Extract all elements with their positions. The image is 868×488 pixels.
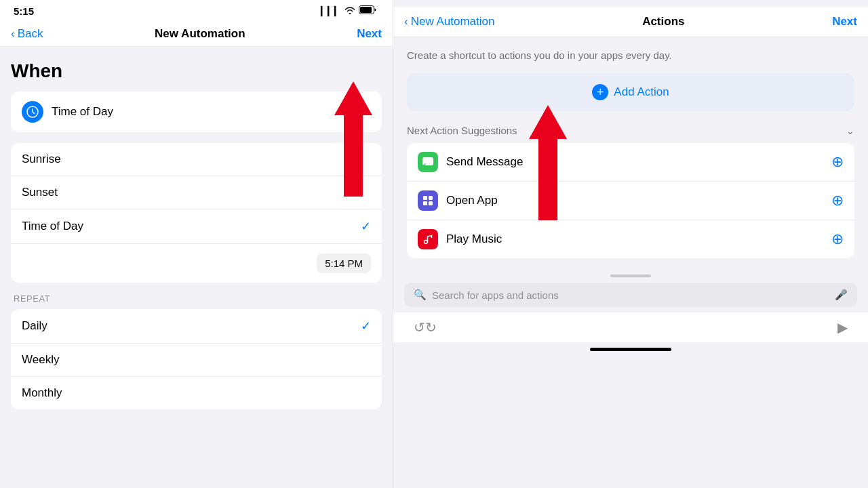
add-action-label: Add Action: [614, 85, 669, 99]
play-music-label: Play Music: [446, 232, 502, 246]
svg-rect-6: [423, 201, 427, 205]
suggestion-open-app[interactable]: Open App ⊕: [407, 182, 854, 220]
repeat-label: REPEAT: [11, 293, 382, 304]
search-icon: 🔍: [414, 289, 427, 301]
chevron-down-icon[interactable]: ⌄: [846, 125, 854, 136]
time-picker-badge[interactable]: 5:14 PM: [317, 253, 371, 273]
daily-checkmark: ✓: [361, 319, 371, 333]
description-text: Create a shortcut to actions you do in y…: [407, 48, 854, 62]
next-button-right[interactable]: Next: [832, 15, 857, 28]
suggestion-left-play-music: Play Music: [418, 229, 502, 249]
scroll-indicator: [610, 274, 651, 277]
when-title: When: [11, 60, 382, 82]
add-action-button[interactable]: + Add Action: [407, 73, 854, 111]
time-of-day-row: Time of Day: [11, 92, 382, 132]
play-button[interactable]: ▶: [837, 319, 848, 336]
nav-title-left: New Automation: [155, 27, 245, 41]
search-bar[interactable]: 🔍 Search for apps and actions 🎤: [404, 283, 857, 307]
option-weekly[interactable]: Weekly: [11, 344, 382, 377]
music-icon: [418, 229, 438, 249]
sunset-label: Sunset: [22, 186, 58, 199]
svg-rect-3: [422, 157, 433, 165]
back-label-right[interactable]: New Automation: [411, 15, 495, 28]
option-daily[interactable]: Daily ✓: [11, 309, 382, 344]
mic-icon[interactable]: 🎤: [835, 289, 848, 301]
suggestions-header: Next Action Suggestions ⌄: [407, 125, 854, 136]
open-app-add-icon[interactable]: ⊕: [831, 192, 844, 209]
red-arrow-right: [529, 105, 567, 220]
openapp-icon: [418, 190, 438, 211]
nav-bar-left: ‹ Back New Automation Next: [0, 22, 393, 47]
play-music-add-icon[interactable]: ⊕: [831, 230, 844, 248]
add-action-plus-icon: +: [592, 84, 608, 100]
chevron-left-icon-right: ‹: [404, 15, 408, 28]
suggestions-title: Next Action Suggestions: [407, 125, 517, 136]
option-sunset[interactable]: Sunset: [11, 176, 382, 209]
arrow-shaft-left: [344, 115, 363, 197]
daily-label: Daily: [22, 319, 47, 333]
content-right: Create a shortcut to actions you do in y…: [393, 37, 868, 269]
redo-button[interactable]: ↻: [425, 319, 437, 336]
back-label[interactable]: Back: [18, 27, 43, 41]
suggestions-card: Send Message ⊕ Open App: [407, 143, 854, 258]
time-of-day-card[interactable]: Time of Day: [11, 92, 382, 132]
suggestion-left-open-app: Open App: [418, 190, 498, 211]
monthly-label: Monthly: [22, 386, 62, 400]
signal-icon: ▎▎▎: [321, 6, 341, 16]
status-time-left: 5:15: [14, 5, 34, 17]
wifi-icon: [344, 6, 355, 16]
time-of-day-checkmark: ✓: [361, 219, 371, 234]
suggestion-play-music[interactable]: Play Music ⊕: [407, 220, 854, 258]
suggestion-send-message[interactable]: Send Message ⊕: [407, 143, 854, 182]
repeat-card: Daily ✓ Weekly Monthly: [11, 309, 382, 409]
bottom-toolbar: ↺ ↻ ▶: [393, 312, 868, 342]
status-icons-left: ▎▎▎: [321, 5, 376, 16]
nav-bar-right: ‹ New Automation Actions Next: [393, 7, 868, 37]
options-card: Sunrise Sunset Time of Day ✓ 5:14 PM: [11, 143, 382, 283]
status-bar-left: 5:15 ▎▎▎: [0, 0, 393, 22]
chevron-left-icon: ‹: [11, 27, 15, 41]
sunrise-label: Sunrise: [22, 152, 61, 166]
undo-button[interactable]: ↺: [414, 319, 425, 336]
send-message-add-icon[interactable]: ⊕: [831, 153, 844, 171]
time-of-day-label: Time of Day: [52, 105, 113, 119]
send-message-label: Send Message: [446, 155, 523, 169]
messages-icon: [418, 152, 438, 172]
svg-rect-5: [429, 196, 433, 200]
svg-rect-4: [423, 196, 427, 200]
option-time-of-day[interactable]: Time of Day ✓: [11, 209, 382, 244]
open-app-label: Open App: [446, 194, 498, 207]
svg-rect-7: [429, 201, 433, 205]
svg-rect-1: [360, 7, 372, 13]
arrow-head-right: [529, 105, 567, 139]
arrow-head-left: [334, 81, 372, 115]
nav-title-right: Actions: [642, 15, 684, 28]
battery-icon: [359, 5, 376, 16]
arrow-shaft-right: [538, 139, 557, 220]
search-placeholder: Search for apps and actions: [432, 289, 829, 301]
back-button[interactable]: ‹ Back: [11, 27, 43, 41]
red-arrow-left: [334, 81, 372, 197]
time-of-day-option-label: Time of Day: [22, 220, 83, 233]
back-button-right[interactable]: ‹ New Automation: [404, 15, 494, 28]
option-sunrise[interactable]: Sunrise: [11, 143, 382, 176]
right-phone: ‹ New Automation Actions Next Create a s…: [393, 0, 868, 488]
weekly-label: Weekly: [22, 353, 59, 367]
left-phone: 5:15 ▎▎▎ ‹ Back Ne: [0, 0, 393, 488]
next-button-left[interactable]: Next: [357, 27, 382, 41]
home-indicator-right: [590, 348, 671, 351]
option-monthly[interactable]: Monthly: [11, 377, 382, 409]
suggestion-left-send-message: Send Message: [418, 152, 523, 172]
clock-icon: [22, 101, 43, 123]
option-time-picker[interactable]: 5:14 PM: [11, 244, 382, 283]
